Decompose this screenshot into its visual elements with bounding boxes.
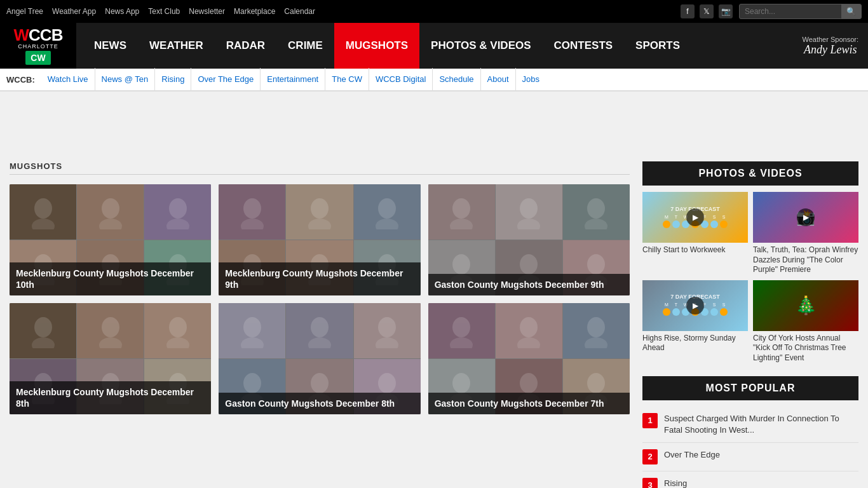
svg-point-0 [34,198,52,219]
subnav-watch-live[interactable]: Watch Live [41,68,95,91]
subnav-about[interactable]: About [481,68,516,91]
nav-items: News Weather Radar Crime Mugshots Photos… [76,23,803,69]
subnav-rising[interactable]: Rising [155,68,191,91]
photo-card-3[interactable]: 🎄 City Of York Hosts Annual "Kick Off To… [753,280,858,363]
photo-thumb-0: 7 DAY FORECAST MTWTFSS ▶ [642,192,748,243]
mugshot-face-1-2 [354,184,421,240]
logo-wccb-text: WCCB [14,27,63,43]
mugshot-card-2[interactable]: Gaston County Mugshots December 9th [428,184,630,295]
nav-contests[interactable]: Contests [543,23,625,69]
mugshot-face-2-1 [496,184,562,240]
nav-radar[interactable]: Radar [215,23,276,69]
mugshot-face-2-2 [563,184,630,240]
mugshot-card-0[interactable]: Mecklenburg County Mugshots December 10t… [10,184,211,295]
newsletter-link[interactable]: Newsletter [189,7,225,16]
subnav-entertainment[interactable]: Entertainment [261,68,325,91]
nav-weather[interactable]: Weather [138,23,215,69]
svg-point-17 [376,219,398,229]
mugshot-card-4[interactable]: Gaston County Mugshots December 8th [219,303,420,414]
weather-app-link[interactable]: Weather App [52,7,96,16]
mugshot-face-3-1 [77,303,144,358]
twitter-icon[interactable]: 𝕏 [700,4,714,18]
weather-sponsor-name: Andy Lewis [803,43,858,57]
search-button[interactable]: 🔍 [841,4,861,18]
popular-item-1[interactable]: 2Over The Edge [642,443,858,471]
nav-crime[interactable]: Crime [276,23,334,69]
mugshots-section-title: MUGSHOTS [10,161,630,175]
popular-text-0: Suspect Charged With Murder In Connectio… [664,413,858,436]
sub-nav-links: Watch Live News @ Ten Rising Over The Ed… [41,68,546,91]
play-button-1[interactable]: ▶ [797,208,815,226]
subnav-schedule[interactable]: Schedule [433,68,480,91]
angel-tree-link[interactable]: Angel Tree [6,7,43,16]
nav-news[interactable]: News [83,23,138,69]
main-content: MUGSHOTS Mecklenburg County Mugshots Dec… [10,161,630,488]
svg-point-36 [34,317,52,337]
play-button-2[interactable]: ▶ [686,297,704,315]
svg-point-24 [452,198,470,219]
photo-caption-1: Talk, Truth, Tea: Oprah Winfrey Dazzles … [753,245,858,275]
svg-point-14 [311,198,329,219]
popular-num-2: 3 [642,478,658,488]
mugshot-caption-0: Mecklenburg County Mugshots December 10t… [10,262,211,295]
mugshot-face-4-2 [354,303,421,358]
mugshot-caption-1: Mecklenburg County Mugshots December 9th [219,262,420,295]
svg-point-4 [169,198,187,219]
play-button-0[interactable]: ▶ [686,208,704,226]
subnav-jobs[interactable]: Jobs [516,68,546,91]
photo-card-2[interactable]: 7 DAY FORECAST MTWTFSS ▶Highs Rise, Stor… [642,280,748,363]
svg-point-34 [587,254,605,274]
calendar-link[interactable]: Calendar [284,7,315,16]
marketplace-link[interactable]: Marketplace [234,7,275,16]
svg-point-49 [241,337,264,348]
mugshot-face-1-0 [219,184,285,240]
photo-caption-3: City Of York Hosts Annual "Kick Off To C… [753,334,858,363]
nav-sports[interactable]: Sports [624,23,691,69]
svg-point-25 [450,219,473,229]
svg-point-40 [169,317,187,337]
svg-point-50 [311,317,329,337]
svg-point-13 [241,219,264,229]
instagram-icon[interactable]: 📷 [719,4,733,18]
popular-item-2[interactable]: 3Rising [642,471,858,488]
photo-card-0[interactable]: 7 DAY FORECAST MTWTFSS ▶Chilly Start to … [642,192,748,275]
subnav-over-the-edge[interactable]: Over The Edge [191,68,261,91]
mugshot-caption-4: Gaston County Mugshots December 8th [219,393,420,414]
svg-point-30 [452,254,470,274]
svg-point-37 [32,337,55,348]
news-app-link[interactable]: News App [105,7,139,16]
top-bar: Angel Tree Weather App News App Text Clu… [0,0,868,23]
svg-point-32 [520,254,538,274]
mugshot-card-1[interactable]: Mecklenburg County Mugshots December 9th [219,184,420,295]
facebook-icon[interactable]: f [681,4,695,18]
mugshot-caption-3: Mecklenburg County Mugshots December 8th [10,381,211,414]
sub-nav-label: WCCB: [6,75,35,85]
mugshot-face-4-1 [286,303,353,358]
mugshot-face-2-0 [428,184,495,240]
popular-item-0[interactable]: 1Suspect Charged With Murder In Connecti… [642,407,858,443]
svg-point-68 [520,373,538,393]
mugshot-face-1-1 [286,184,353,240]
search-input[interactable] [740,4,841,18]
subnav-wccb-digital[interactable]: WCCB Digital [369,68,433,91]
svg-point-12 [243,198,261,219]
svg-point-48 [243,317,261,337]
svg-point-26 [520,198,538,219]
svg-point-52 [378,317,396,337]
nav-photos-videos[interactable]: Photos & Videos [419,23,542,69]
mugshot-card-5[interactable]: Gaston County Mugshots December 7th [428,303,630,414]
content-wrapper: MUGSHOTS Mecklenburg County Mugshots Dec… [0,149,868,488]
subnav-the-cw[interactable]: The CW [325,68,369,91]
nav-mugshots[interactable]: Mugshots [334,23,419,69]
mugshot-face-5-2 [563,303,630,358]
subnav-news-ten[interactable]: News @ Ten [95,68,156,91]
mugshot-face-3-2 [144,303,211,358]
search-box: 🔍 [739,4,862,19]
mugshot-caption-5: Gaston County Mugshots December 7th [428,393,630,414]
logo-area[interactable]: WCCB CHARLOTTE CW [0,23,76,69]
logo-cw-badge: CW [25,51,51,65]
text-club-link[interactable]: Text Club [148,7,180,16]
photo-card-1[interactable]: 📸 ▶Talk, Truth, Tea: Oprah Winfrey Dazzl… [753,192,858,275]
svg-point-56 [311,373,329,393]
mugshot-card-3[interactable]: Mecklenburg County Mugshots December 8th [10,303,211,414]
